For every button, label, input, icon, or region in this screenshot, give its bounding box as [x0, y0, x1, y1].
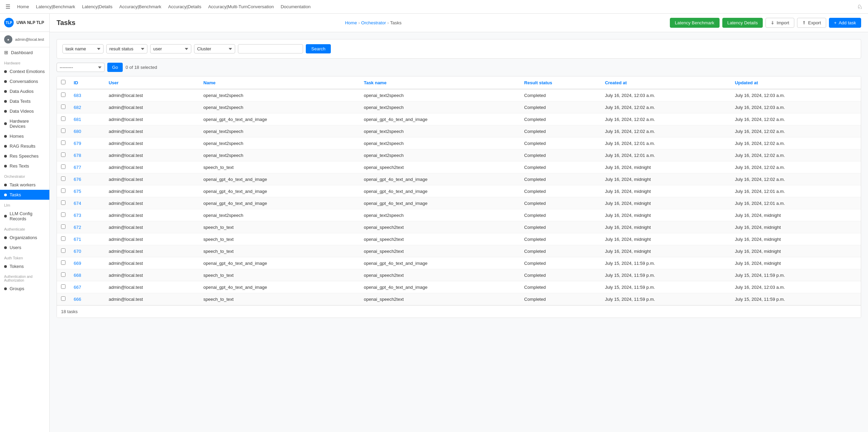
row-checkbox[interactable] — [61, 128, 65, 133]
cell-id: 672 — [70, 221, 105, 233]
sidebar-item-organizations[interactable]: Organizations — [0, 233, 49, 243]
task-id-link[interactable]: 666 — [74, 297, 81, 302]
sidebar-item-rag-results[interactable]: RAG Results — [0, 141, 49, 151]
select-all-checkbox[interactable] — [61, 80, 65, 84]
hamburger-icon[interactable]: ☰ — [5, 3, 10, 10]
task-id-link[interactable]: 680 — [74, 129, 81, 134]
col-header-user[interactable]: User — [105, 76, 199, 89]
col-header-name[interactable]: Name — [199, 76, 360, 89]
row-checkbox[interactable] — [61, 92, 65, 97]
task-id-link[interactable]: 679 — [74, 141, 81, 146]
sidebar-item-task-workers[interactable]: Task workers — [0, 180, 49, 190]
sidebar-item-res-texts[interactable]: Res Texts — [0, 161, 49, 171]
latency-benchmark-button[interactable]: Latency Benchmark — [670, 18, 720, 28]
sidebar-item-users[interactable]: Users — [0, 243, 49, 252]
cell-result-status: Completed — [520, 197, 601, 209]
search-button[interactable]: Search — [306, 44, 331, 53]
task-id-link[interactable]: 677 — [74, 165, 81, 170]
row-checkbox[interactable] — [61, 224, 65, 229]
latency-details-button[interactable]: Latency Details — [722, 18, 763, 28]
row-checkbox[interactable] — [61, 272, 65, 277]
row-checkbox[interactable] — [61, 236, 65, 241]
sidebar-item-tokens[interactable]: Tokens — [0, 261, 49, 271]
search-input[interactable] — [238, 44, 303, 53]
row-checkbox[interactable] — [61, 116, 65, 121]
nav-accuracy-benchmark[interactable]: Accuracy|Benchmark — [117, 3, 164, 11]
task-id-link[interactable]: 674 — [74, 201, 81, 206]
user-filter[interactable]: user — [150, 44, 191, 53]
row-checkbox-cell — [57, 221, 70, 233]
result-status-filter[interactable]: result status — [106, 44, 147, 53]
row-checkbox[interactable] — [61, 152, 65, 157]
sidebar-item-context-emotions[interactable]: Context Emotions — [0, 66, 49, 76]
task-id-link[interactable]: 672 — [74, 225, 81, 230]
task-id-link[interactable]: 667 — [74, 285, 81, 290]
cell-user: admin@local.test — [105, 173, 199, 185]
col-header-id[interactable]: ID — [70, 76, 105, 89]
sidebar-item-hardware-devices[interactable]: Hardware Devices — [0, 116, 49, 131]
sidebar-item-label: Users — [10, 245, 21, 250]
task-id-link[interactable]: 683 — [74, 93, 81, 98]
nav-documentation[interactable]: Documentation — [278, 3, 313, 11]
task-id-link[interactable]: 675 — [74, 189, 81, 194]
sidebar-item-homes[interactable]: Homes — [0, 131, 49, 141]
col-header-created-at[interactable]: Created at — [601, 76, 731, 89]
sidebar-item-data-texts[interactable]: Data Texts — [0, 96, 49, 106]
nav-latency-benchmark[interactable]: Latency|Benchmark — [33, 3, 78, 11]
cell-created-at: July 16, 2024, 12:01 a.m. — [601, 137, 731, 149]
row-checkbox[interactable] — [61, 284, 65, 289]
table-row: 672 admin@local.test speech_to_text open… — [57, 221, 861, 233]
nav-home[interactable]: Home — [14, 3, 32, 11]
dot-icon — [4, 135, 7, 138]
cell-task-name: openai_text2speech — [360, 209, 520, 221]
task-id-link[interactable]: 678 — [74, 153, 81, 158]
task-id-link[interactable]: 681 — [74, 117, 81, 122]
row-checkbox[interactable] — [61, 176, 65, 181]
row-checkbox[interactable] — [61, 104, 65, 109]
sidebar-item-tasks[interactable]: Tasks — [0, 190, 49, 200]
nav-accuracy-details[interactable]: Accuracy|Details — [166, 3, 204, 11]
breadcrumb-home[interactable]: Home — [345, 20, 357, 25]
add-task-button[interactable]: + Add task — [829, 18, 861, 28]
cluster-filter[interactable]: Cluster — [194, 44, 235, 53]
task-id-link[interactable]: 676 — [74, 177, 81, 182]
sidebar-item-res-speeches[interactable]: Res Speeches — [0, 151, 49, 161]
sidebar-item-data-videos[interactable]: Data Videos — [0, 106, 49, 116]
sidebar-item-dashboard[interactable]: ⊞ Dashboard — [0, 47, 49, 58]
user-profile-icon[interactable]: ♘ — [857, 3, 863, 11]
row-checkbox[interactable] — [61, 188, 65, 193]
export-button[interactable]: ⇑ Export — [797, 18, 826, 28]
import-button[interactable]: ⇓ Import — [765, 18, 794, 28]
go-button[interactable]: Go — [107, 63, 123, 72]
sidebar-item-llm-config-records[interactable]: LLM Config Records — [0, 209, 49, 224]
row-checkbox[interactable] — [61, 296, 65, 301]
col-header-taskname[interactable]: Task name — [360, 76, 520, 89]
col-header-result-status[interactable]: Result status — [520, 76, 601, 89]
cell-task-name: openai_gpt_4o_text_and_image — [360, 173, 520, 185]
row-checkbox[interactable] — [61, 164, 65, 169]
nav-latency-details[interactable]: Latency|Details — [79, 3, 115, 11]
cell-user: admin@local.test — [105, 113, 199, 125]
task-name-filter[interactable]: task name — [62, 44, 104, 53]
sidebar-item-groups[interactable]: Groups — [0, 284, 49, 294]
row-checkbox[interactable] — [61, 200, 65, 205]
row-checkbox[interactable] — [61, 212, 65, 217]
bulk-action-select[interactable]: --------- — [57, 63, 105, 72]
task-id-link[interactable]: 669 — [74, 261, 81, 266]
dot-icon — [4, 265, 7, 268]
sidebar-item-data-audios[interactable]: Data Audios — [0, 86, 49, 96]
task-id-link[interactable]: 670 — [74, 249, 81, 254]
row-checkbox[interactable] — [61, 140, 65, 145]
row-checkbox[interactable] — [61, 260, 65, 265]
nav-accuracy-multi-turn[interactable]: Accuracy|Multi-TurnConversation — [205, 3, 276, 11]
task-id-link[interactable]: 673 — [74, 213, 81, 218]
task-id-link[interactable]: 671 — [74, 237, 81, 242]
sidebar-item-conversations[interactable]: Conversations — [0, 76, 49, 86]
breadcrumb-orchestrator[interactable]: Orchestrator — [361, 20, 386, 25]
row-checkbox[interactable] — [61, 248, 65, 253]
dot-icon — [4, 184, 7, 186]
task-id-link[interactable]: 668 — [74, 273, 81, 278]
col-header-updated-at[interactable]: Updated at — [731, 76, 861, 89]
cell-id: 677 — [70, 161, 105, 173]
task-id-link[interactable]: 682 — [74, 105, 81, 110]
